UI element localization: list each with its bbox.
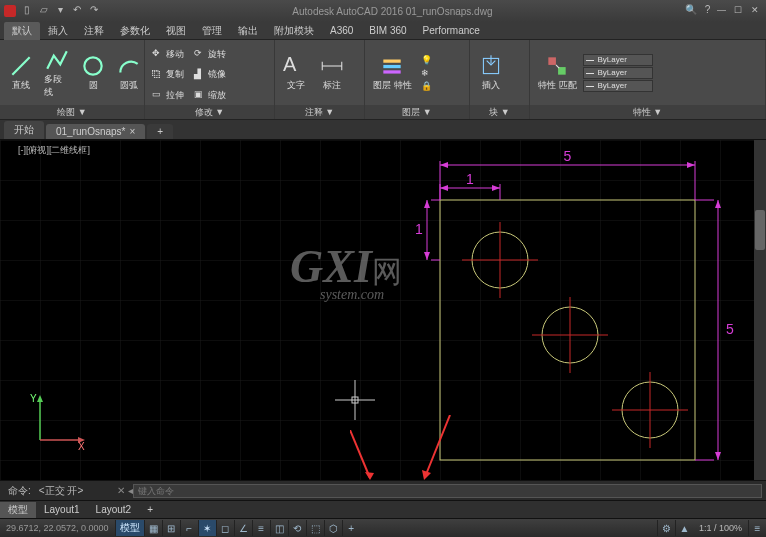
osnap-toggle-icon[interactable]: ◻ (216, 520, 234, 536)
svg-marker-39 (424, 200, 430, 208)
tab-close-icon[interactable]: × (130, 126, 136, 137)
copy-button[interactable]: ⿻复制 (149, 67, 187, 82)
scale-button[interactable]: ▣缩放 (191, 88, 229, 103)
status-coordinates[interactable]: 29.6712, 22.0572, 0.0000 (0, 523, 115, 533)
panel-title-block[interactable]: 块 ▼ (470, 105, 529, 119)
menu-tab-9[interactable]: BIM 360 (361, 23, 414, 38)
lineweight-toggle-icon[interactable]: ≡ (252, 520, 270, 536)
polyline-button[interactable]: 多段线 (40, 45, 74, 101)
menu-tab-2[interactable]: 注释 (76, 22, 112, 40)
close-icon[interactable]: ✕ (748, 5, 762, 19)
command-input[interactable] (133, 484, 762, 498)
svg-rect-5 (384, 60, 401, 63)
command-label: 命令: (8, 484, 31, 498)
linetype-dropdown[interactable]: ByLayer (583, 67, 653, 79)
menu-tab-0[interactable]: 默认 (4, 22, 40, 40)
mirror-button[interactable]: ▟镜像 (191, 67, 229, 82)
scrollbar-thumb[interactable] (755, 210, 765, 250)
svg-marker-27 (440, 162, 448, 168)
svg-marker-40 (424, 252, 430, 260)
dynamic-input-icon[interactable]: + (342, 520, 360, 536)
save-icon[interactable]: ▾ (54, 4, 68, 18)
layout-tab-add[interactable]: + (139, 503, 161, 516)
otrack-toggle-icon[interactable]: ∠ (234, 520, 252, 536)
snap-toggle-icon[interactable]: ⊞ (162, 520, 180, 536)
menu-tab-4[interactable]: 视图 (158, 22, 194, 40)
tab-file[interactable]: 01_runOsnaps*× (46, 124, 145, 139)
svg-rect-10 (549, 57, 557, 65)
svg-line-0 (12, 57, 29, 74)
menu-tab-8[interactable]: A360 (322, 23, 361, 38)
open-icon[interactable]: ▱ (37, 4, 51, 18)
svg-rect-7 (384, 70, 401, 73)
status-model-button[interactable]: 模型 (115, 520, 144, 536)
polar-toggle-icon[interactable]: ✶ (198, 520, 216, 536)
rotate-button[interactable]: ⟳旋转 (191, 47, 229, 62)
ucs-icon: Y X (30, 390, 90, 450)
annotation-scale-icon[interactable]: ▲ (675, 520, 693, 536)
svg-text:X: X (78, 441, 85, 450)
panel-title-draw[interactable]: 绘图 ▼ (0, 105, 144, 119)
selection-cycling-icon[interactable]: ⟲ (288, 520, 306, 536)
title-text: Autodesk AutoCAD 2016 01_runOsnaps.dwg (101, 6, 684, 17)
dimension-button[interactable]: 标注 (315, 51, 349, 94)
undo-icon[interactable]: ↶ (70, 4, 84, 18)
svg-point-1 (84, 57, 101, 74)
menu-tab-6[interactable]: 输出 (230, 22, 266, 40)
svg-text:1: 1 (415, 221, 423, 237)
menu-tab-5[interactable]: 管理 (194, 22, 230, 40)
transparency-toggle-icon[interactable]: ◫ (270, 520, 288, 536)
layer-properties-button[interactable]: 图层 特性 (369, 51, 416, 94)
vertical-scrollbar[interactable] (754, 140, 766, 480)
drawing-viewport[interactable]: [-][俯视][二维线框] 5115 GXI网 system.com Y X (0, 140, 766, 480)
svg-line-12 (556, 65, 559, 68)
zoom-display[interactable]: 1:1 / 100% (693, 523, 748, 533)
circle-button[interactable]: 圆 (76, 51, 110, 94)
menu-tab-10[interactable]: Performance (415, 23, 488, 38)
dynamic-ucs-icon[interactable]: ⬡ (324, 520, 342, 536)
app-logo-icon[interactable] (4, 5, 16, 17)
svg-marker-28 (687, 162, 695, 168)
stretch-button[interactable]: ▭拉伸 (149, 88, 187, 103)
customize-icon[interactable]: ≡ (748, 520, 766, 536)
help-icon[interactable]: ? (700, 4, 714, 18)
maximize-icon[interactable]: ☐ (731, 5, 745, 19)
layout-tab-2[interactable]: Layout2 (88, 503, 140, 516)
menu-tab-3[interactable]: 参数化 (112, 22, 158, 40)
minimize-icon[interactable]: — (714, 5, 728, 19)
menu-tab-1[interactable]: 插入 (40, 22, 76, 40)
arc-button[interactable]: 圆弧 (112, 51, 146, 94)
new-icon[interactable]: ▯ (20, 4, 34, 18)
tab-add-button[interactable]: + (147, 124, 173, 139)
insert-block-button[interactable]: 插入 (474, 51, 508, 94)
lineweight-dropdown[interactable]: ByLayer (583, 80, 653, 92)
layout-tab-1[interactable]: Layout1 (36, 503, 88, 516)
workspace-icon[interactable]: ⚙ (657, 520, 675, 536)
menu-tab-7[interactable]: 附加模块 (266, 22, 322, 40)
layer-lock-icon[interactable]: 🔒 (418, 80, 435, 92)
svg-text:5: 5 (726, 321, 734, 337)
ortho-toggle-icon[interactable]: ⌐ (180, 520, 198, 536)
move-button[interactable]: ✥移动 (149, 47, 187, 62)
tab-start[interactable]: 开始 (4, 121, 44, 139)
grid-toggle-icon[interactable]: ▦ (144, 520, 162, 536)
panel-title-properties[interactable]: 特性 ▼ (530, 105, 765, 119)
layer-freeze-icon[interactable]: ❄ (418, 67, 435, 79)
command-status: <正交 开> (39, 484, 83, 498)
line-button[interactable]: 直线 (4, 51, 38, 94)
panel-title-modify[interactable]: 修改 ▼ (145, 105, 274, 119)
svg-marker-52 (37, 395, 43, 402)
layout-tab-model[interactable]: 模型 (0, 502, 36, 518)
panel-title-layers[interactable]: 图层 ▼ (365, 105, 469, 119)
match-properties-button[interactable]: 特性 匹配 (534, 51, 581, 94)
svg-text:5: 5 (564, 148, 572, 164)
command-icons[interactable]: ✕ ◂ (117, 485, 133, 496)
color-dropdown[interactable]: ByLayer (583, 54, 653, 66)
svg-marker-34 (492, 185, 500, 191)
layer-bulb-icon[interactable]: 💡 (418, 54, 435, 66)
redo-icon[interactable]: ↷ (87, 4, 101, 18)
panel-title-annotate[interactable]: 注释 ▼ (275, 105, 364, 119)
3dosnap-toggle-icon[interactable]: ⬚ (306, 520, 324, 536)
text-button[interactable]: A文字 (279, 51, 313, 94)
search-icon[interactable]: 🔍 (684, 4, 698, 18)
